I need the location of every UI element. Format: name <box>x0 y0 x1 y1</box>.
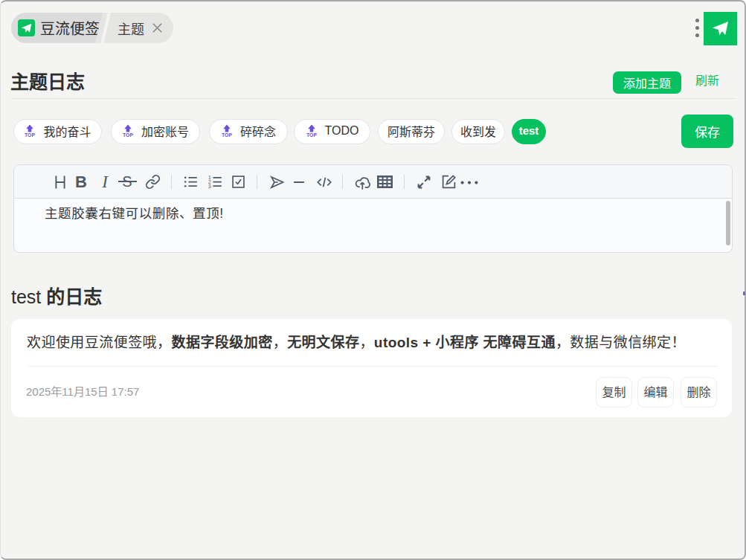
svg-text:TOP: TOP <box>25 132 36 138</box>
svg-text:TOP: TOP <box>222 132 232 138</box>
svg-text:TOP: TOP <box>123 132 133 138</box>
svg-text:TOP: TOP <box>306 132 317 138</box>
svg-text:3: 3 <box>208 184 211 189</box>
